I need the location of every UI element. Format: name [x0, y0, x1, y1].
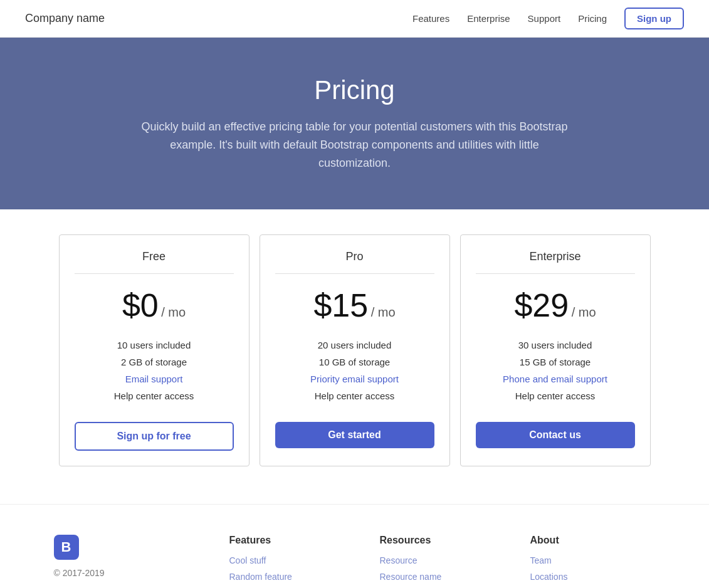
pricing-card-pro: Pro $15 / mo 20 users included 10 GB of … — [260, 234, 450, 466]
pricing-feature: Help center access — [75, 387, 234, 404]
pricing-card-free-title: Free — [75, 250, 234, 274]
footer-link-locations[interactable]: Locations — [530, 572, 568, 582]
pricing-card-free-features: 10 users included 2 GB of storage Email … — [75, 337, 234, 404]
footer-link-item[interactable]: Resource — [380, 555, 505, 566]
footer-col-features: Features Cool stuff Random feature Team … — [229, 535, 355, 588]
signup-button[interactable]: Sign up — [624, 8, 684, 29]
footer-copyright: © 2017-2019 — [54, 568, 105, 578]
pricing-card-pro-amount: $15 — [313, 287, 368, 323]
navbar: Company name Features Enterprise Support… — [0, 0, 709, 38]
nav-link-support[interactable]: Support — [528, 13, 561, 24]
pricing-card-enterprise-price: $29 / mo — [476, 286, 635, 324]
footer-col-about-links: Team Locations Privacy Terms — [530, 555, 656, 588]
pricing-card-enterprise-button[interactable]: Contact us — [476, 422, 635, 448]
pricing-feature: 15 GB of storage — [476, 354, 635, 370]
navbar-brand[interactable]: Company name — [25, 12, 105, 25]
navbar-links: Features Enterprise Support Pricing Sign… — [412, 8, 684, 29]
pricing-feature: Help center access — [476, 387, 635, 404]
nav-link-pricing[interactable]: Pricing — [578, 13, 607, 24]
footer-col-resources-heading: Resources — [380, 535, 505, 546]
footer-link-random-feature[interactable]: Random feature — [229, 572, 292, 582]
footer-inner: B © 2017-2019 Features Cool stuff Random… — [54, 535, 656, 588]
footer-link-item[interactable]: Random feature — [229, 571, 355, 582]
pricing-card-pro-per: / mo — [371, 305, 396, 319]
footer-col-about-heading: About — [530, 535, 656, 546]
footer-link-team[interactable]: Team — [530, 555, 552, 565]
footer-link-item[interactable]: Locations — [530, 571, 656, 582]
nav-item-pricing[interactable]: Pricing — [578, 13, 607, 24]
pricing-card-pro-button[interactable]: Get started — [275, 422, 434, 448]
hero-title: Pricing — [13, 75, 696, 105]
footer-col-features-links: Cool stuff Random feature Team feature S… — [229, 555, 355, 588]
nav-link-features[interactable]: Features — [412, 13, 449, 24]
footer-link-cool-stuff[interactable]: Cool stuff — [229, 555, 266, 565]
pricing-card-enterprise-features: 30 users included 15 GB of storage Phone… — [476, 337, 635, 404]
footer-link-item[interactable]: Team — [530, 555, 656, 566]
pricing-feature: 10 GB of storage — [275, 354, 434, 370]
footer-col-about: About Team Locations Privacy Terms — [530, 535, 656, 588]
nav-item-signup[interactable]: Sign up — [624, 8, 684, 29]
pricing-feature: Help center access — [275, 387, 434, 404]
footer: B © 2017-2019 Features Cool stuff Random… — [0, 504, 709, 588]
pricing-card-enterprise-amount: $29 — [514, 287, 569, 323]
nav-item-enterprise[interactable]: Enterprise — [467, 13, 510, 24]
pricing-feature: 30 users included — [476, 337, 635, 354]
nav-item-support[interactable]: Support — [528, 13, 561, 24]
pricing-feature-highlight: Priority email support — [275, 370, 434, 387]
pricing-card-pro-price: $15 / mo — [275, 286, 434, 324]
footer-brand: B © 2017-2019 — [54, 535, 204, 588]
pricing-section: Free $0 / mo 10 users included 2 GB of s… — [0, 209, 709, 504]
pricing-feature-highlight: Email support — [75, 370, 234, 387]
footer-col-features-heading: Features — [229, 535, 355, 546]
pricing-cards-container: Free $0 / mo 10 users included 2 GB of s… — [54, 234, 656, 466]
pricing-card-free-button[interactable]: Sign up for free — [75, 422, 234, 451]
hero-section: Pricing Quickly build an effective prici… — [0, 38, 709, 209]
pricing-feature-highlight: Phone and email support — [476, 370, 635, 387]
pricing-card-free-amount: $0 — [122, 287, 159, 323]
pricing-feature: 10 users included — [75, 337, 234, 354]
pricing-card-free-price: $0 / mo — [75, 286, 234, 324]
footer-link-resource-name[interactable]: Resource name — [380, 572, 442, 582]
footer-col-resources: Resources Resource Resource name Another… — [380, 535, 505, 588]
nav-link-enterprise[interactable]: Enterprise — [467, 13, 510, 24]
pricing-card-pro-features: 20 users included 10 GB of storage Prior… — [275, 337, 434, 404]
pricing-card-enterprise-per: / mo — [572, 305, 596, 319]
pricing-card-pro-title: Pro — [275, 250, 434, 274]
footer-link-item[interactable]: Resource name — [380, 571, 505, 582]
footer-link-resource[interactable]: Resource — [380, 555, 418, 565]
pricing-feature: 20 users included — [275, 337, 434, 354]
pricing-card-enterprise-title: Enterprise — [476, 250, 635, 274]
pricing-card-free: Free $0 / mo 10 users included 2 GB of s… — [59, 234, 249, 466]
footer-link-item[interactable]: Cool stuff — [229, 555, 355, 566]
footer-col-resources-links: Resource Resource name Another resource … — [380, 555, 505, 588]
nav-item-features[interactable]: Features — [412, 13, 449, 24]
hero-description: Quickly build an effective pricing table… — [142, 118, 568, 172]
pricing-card-enterprise: Enterprise $29 / mo 30 users included 15… — [460, 234, 651, 466]
pricing-feature: 2 GB of storage — [75, 354, 234, 370]
pricing-card-free-per: / mo — [161, 305, 186, 319]
footer-logo: B — [54, 535, 79, 560]
